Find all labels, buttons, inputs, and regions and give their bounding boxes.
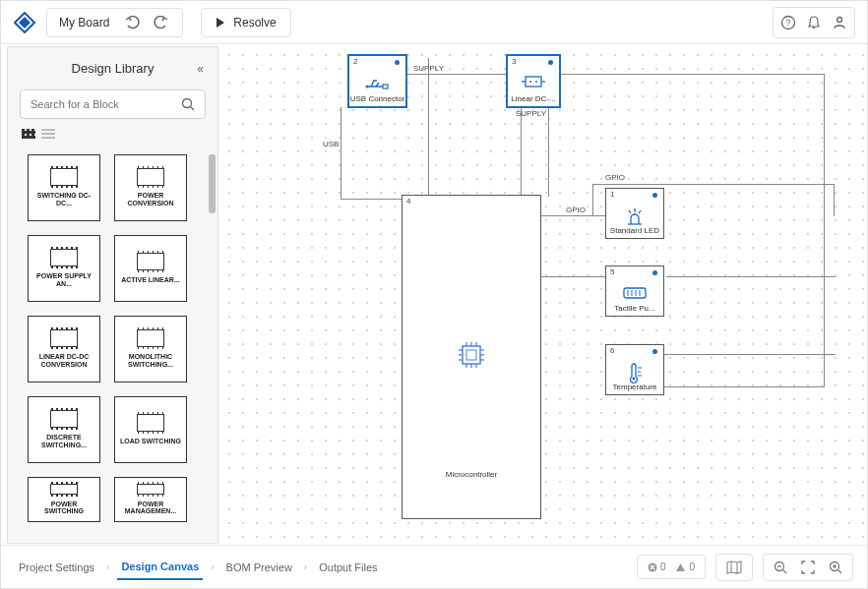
lib-item[interactable]: POWER SUPPLY AN... [28,235,100,302]
lib-item[interactable]: POWER SWITCHING [28,477,100,522]
chip-icon [137,253,164,270]
port-gpio-label: GPIO [605,173,625,182]
port-supply-label: SUPPLY [413,64,444,73]
led-icon [624,206,646,226]
chevron-right-icon: › [106,561,109,572]
svg-point-3 [183,99,192,108]
wire [341,199,402,200]
wire [541,276,606,277]
svg-point-2 [837,17,842,22]
svg-line-29 [639,210,641,213]
lib-item[interactable]: DISCRETE SWITCHING... [28,396,100,463]
bell-icon[interactable] [803,12,825,33]
port-usb-label: USB [323,140,339,148]
search-input[interactable] [31,98,181,110]
wire [824,74,825,387]
block-usb-connector[interactable]: 2 USB Connector [347,54,407,108]
grid-view-icon[interactable] [22,129,35,139]
wire [407,74,506,75]
block-microcontroller[interactable]: 4 Microcontroller [402,195,541,519]
chevron-right-icon: › [304,561,307,572]
collapse-sidebar-icon[interactable]: « [197,62,204,76]
regulator-icon [522,74,545,89]
svg-line-43 [783,569,787,573]
undo-icon[interactable] [123,13,143,32]
block-linear-dc[interactable]: 3 Linear DC-... [506,54,561,108]
zoom-in-icon[interactable] [829,560,842,574]
issues-counter[interactable]: 0 0 [637,555,706,579]
map-icon[interactable] [715,554,753,581]
port-gpio-label: GPIO [566,206,586,214]
wire [548,74,824,75]
svg-point-11 [535,81,537,83]
wire [541,215,606,216]
usb-icon [365,74,391,91]
scrollbar[interactable] [209,154,216,213]
lib-item[interactable]: ACTIVE LINEAR... [114,235,187,302]
thermometer-icon [625,363,645,384]
svg-line-46 [838,569,842,573]
chip-icon [50,329,78,347]
svg-rect-30 [624,288,646,298]
resolve-button[interactable]: Resolve [201,8,290,37]
search-icon[interactable] [181,97,195,111]
tab-bom-preview[interactable]: BOM Preview [222,556,296,579]
zoom-out-icon[interactable] [774,560,787,574]
wire [521,107,522,196]
chip-icon [50,484,78,495]
wire [592,184,593,216]
block-standard-led[interactable]: 1 Standard LED [605,188,664,239]
play-icon [216,17,225,29]
lib-item[interactable]: LOAD SWITCHING [114,396,187,463]
fit-screen-icon[interactable] [801,560,815,574]
list-view-icon[interactable] [41,129,55,139]
svg-line-4 [191,107,195,111]
chip-icon [137,484,164,495]
user-icon[interactable] [829,12,850,33]
design-library-panel: Design Library « SWITCHING DC-DC... POWE… [7,46,218,544]
chip-icon [137,329,164,347]
tab-design-canvas[interactable]: Design Canvas [117,555,203,580]
chip-icon [137,414,164,432]
lib-item[interactable]: MONOLITHIC SWITCHING... [114,316,187,383]
chip-icon [50,410,78,428]
cpu-icon [455,338,488,372]
svg-rect-7 [526,77,541,87]
wire [341,107,341,200]
tab-output-files[interactable]: Output Files [315,556,381,579]
lib-item[interactable]: POWER MANAGEMEN... [114,477,187,522]
redo-icon[interactable] [151,13,170,32]
port-supply-label: SUPPLY [516,109,546,118]
svg-text:?: ? [785,18,790,28]
svg-rect-13 [466,350,476,360]
block-tactile-pushbutton[interactable]: 5 Tactile Pu... [605,265,664,317]
error-icon: 0 [648,561,666,572]
tab-project-settings[interactable]: Project Settings [15,556,98,579]
svg-point-10 [529,81,531,83]
chip-icon [137,168,164,186]
board-title[interactable]: My Board [59,16,109,29]
wire [592,184,835,185]
lib-item[interactable]: SWITCHING DC-DC... [28,154,100,221]
lib-item[interactable]: POWER CONVERSION [114,154,187,221]
wire [654,386,824,387]
wire [666,354,836,355]
block-temperature[interactable]: 6 Temperature [605,344,664,395]
svg-point-5 [365,86,368,88]
lib-item[interactable]: LINEAR DC-DC CONVERSION [28,316,100,383]
warning-icon: 0 [675,561,695,572]
design-canvas[interactable]: SUPPLY SUPPLY USB GPIO GPIO 2 USB Connec… [218,44,867,546]
chip-icon [50,168,78,186]
app-logo[interactable] [13,11,36,34]
svg-rect-12 [463,346,480,364]
svg-line-28 [629,210,631,213]
help-icon[interactable]: ? [777,12,799,33]
svg-rect-6 [383,85,388,88]
sidebar-title: Design Library [72,61,155,76]
chevron-right-icon: › [211,561,214,572]
button-icon [622,284,648,300]
wire [428,58,429,196]
svg-point-35 [633,378,636,381]
wire [834,184,835,216]
chip-icon [50,249,78,266]
